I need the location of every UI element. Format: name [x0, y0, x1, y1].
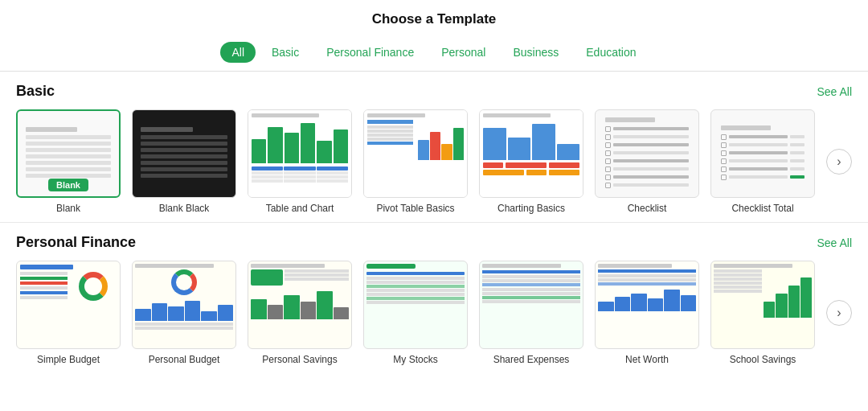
cl-row-1	[605, 126, 690, 132]
template-charting[interactable]: Charting Basics	[479, 109, 583, 214]
clt-box-3	[721, 150, 727, 156]
ss-b4	[800, 277, 812, 318]
tc-bar-2	[268, 127, 282, 163]
template-personal-savings[interactable]: Personal Savings	[248, 261, 352, 365]
tab-education[interactable]: Education	[575, 42, 647, 63]
tab-personal-finance[interactable]: Personal Finance	[315, 42, 425, 63]
clt-line-1	[729, 135, 788, 138]
cl-row-8	[605, 183, 690, 188]
pf-see-all-button[interactable]: See All	[817, 236, 852, 249]
tc-head3	[317, 166, 348, 171]
template-net-worth[interactable]: Net Worth	[595, 261, 699, 365]
template-school-savings-label: School Savings	[730, 354, 796, 365]
blank-line-7	[26, 174, 110, 178]
ss-r5	[714, 286, 762, 289]
template-personal-budget-thumb[interactable]	[132, 261, 236, 349]
dark-line-2	[141, 142, 227, 146]
pb-row2	[135, 327, 233, 330]
template-school-savings[interactable]: School Savings	[710, 261, 815, 365]
tc-head2	[284, 166, 315, 171]
sb-r5	[20, 291, 68, 294]
ch-h5	[526, 170, 547, 175]
tc-table	[252, 166, 348, 183]
tc-cell7	[317, 171, 348, 175]
template-charting-thumb[interactable]	[479, 109, 583, 198]
tc-cell3	[252, 179, 283, 183]
nw-b4	[648, 298, 664, 311]
template-blank-black[interactable]: Blank Black	[132, 109, 236, 214]
template-pivot-thumb[interactable]	[363, 109, 468, 198]
clt-val-total	[790, 175, 805, 179]
template-checklist-thumb[interactable]	[595, 109, 699, 198]
pf-scroll-right-button[interactable]: ›	[826, 300, 852, 326]
template-table-chart[interactable]: Table and Chart	[248, 109, 352, 214]
tab-all[interactable]: All	[220, 42, 256, 63]
template-checklist-total[interactable]: Checklist Total	[710, 109, 815, 214]
ss-r1	[714, 269, 762, 273]
ss-bars	[764, 269, 812, 318]
template-personal-budget[interactable]: Personal Budget	[132, 261, 236, 365]
ps-mini	[285, 269, 349, 286]
cl-line-6	[613, 167, 690, 171]
template-my-stocks[interactable]: My Stocks	[363, 261, 468, 365]
ms-title	[366, 264, 416, 269]
nw-b3	[631, 294, 647, 311]
ms-content	[364, 261, 467, 348]
clt-box-2	[721, 142, 727, 148]
tab-personal[interactable]: Personal	[430, 42, 497, 63]
nw-content	[596, 261, 698, 348]
pf-section-title: Personal Finance	[16, 234, 136, 251]
basic-see-all-button[interactable]: See All	[817, 85, 852, 98]
template-shared-expenses[interactable]: Shared Expenses	[479, 261, 583, 365]
template-pivot[interactable]: Pivot Table Basics	[363, 109, 468, 214]
template-simple-budget[interactable]: Simple Budget	[16, 261, 121, 365]
sb-body	[20, 272, 117, 301]
cl-line-8	[613, 183, 690, 187]
ss-left	[714, 269, 762, 318]
cl-box-5	[605, 158, 611, 164]
dark-grid	[137, 122, 230, 185]
cl-line-1	[613, 127, 690, 130]
template-checklist-label: Checklist	[628, 203, 667, 214]
clt-line-4	[729, 159, 788, 162]
ps-content	[248, 261, 351, 348]
nw-b1	[598, 302, 614, 311]
dark-line-6	[141, 167, 227, 171]
ps-b4	[301, 302, 317, 319]
template-simple-budget-thumb[interactable]	[16, 261, 121, 349]
pb-b3	[168, 306, 184, 321]
template-blank-thumb[interactable]: Blank	[16, 109, 121, 198]
template-pivot-label: Pivot Table Basics	[376, 203, 454, 214]
tc-cell8	[317, 175, 348, 179]
template-blank[interactable]: Blank Blank	[16, 109, 121, 214]
se-r2	[482, 279, 580, 282]
clt-box-4	[721, 158, 727, 164]
template-personal-savings-thumb[interactable]	[248, 261, 352, 349]
tab-business[interactable]: Business	[502, 42, 570, 63]
tab-basic[interactable]: Basic	[260, 42, 310, 63]
pv-bars	[418, 120, 464, 160]
template-blank-black-thumb[interactable]	[132, 109, 236, 198]
tc-bar-5	[317, 141, 331, 163]
basic-scroll-right-button[interactable]: ›	[826, 149, 852, 175]
cl-box-4	[605, 150, 611, 156]
pb-donut-row	[135, 269, 233, 295]
dark-line-1	[141, 135, 227, 139]
cl-box-8	[605, 183, 611, 188]
template-net-worth-thumb[interactable]	[595, 261, 699, 349]
template-my-stocks-label: My Stocks	[393, 354, 437, 365]
template-shared-expenses-thumb[interactable]	[479, 261, 583, 349]
se-r4	[482, 288, 580, 291]
template-checklist[interactable]: Checklist	[595, 109, 699, 214]
cl-row-2	[605, 134, 690, 140]
template-blank-black-label: Blank Black	[159, 203, 210, 214]
template-checklist-total-thumb[interactable]	[710, 109, 815, 198]
se-r3	[482, 283, 580, 286]
header: Choose a Template	[0, 0, 868, 35]
template-my-stocks-thumb[interactable]	[363, 261, 468, 349]
dark-line-7	[141, 174, 227, 178]
template-school-savings-thumb[interactable]	[710, 261, 815, 349]
template-table-chart-thumb[interactable]	[248, 109, 352, 198]
clt-line-5	[729, 167, 788, 171]
pt-h1	[367, 120, 413, 124]
